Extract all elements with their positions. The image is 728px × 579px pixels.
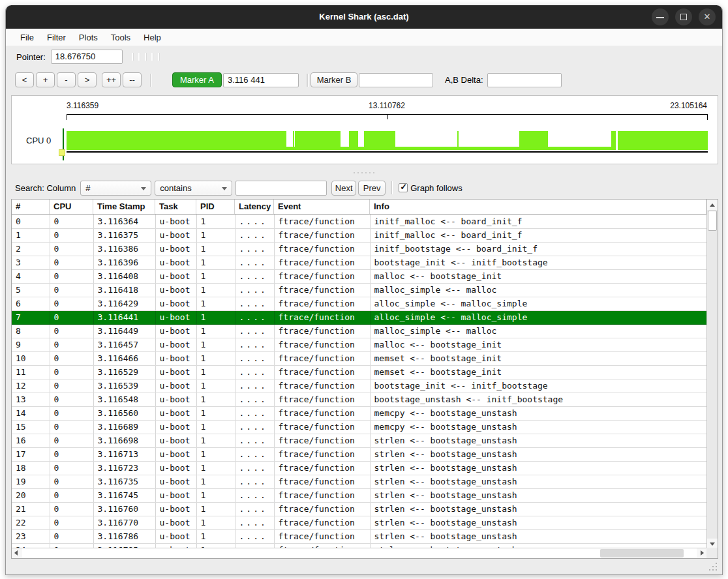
trace-segment — [349, 131, 358, 150]
separator — [150, 74, 151, 87]
search-column-label: Search: Column — [15, 183, 76, 193]
event-table: #CPUTime StampTaskPIDLatencyEventInfo 00… — [11, 199, 718, 559]
column-header-cpu[interactable]: CPU — [50, 200, 93, 214]
trace-segment — [293, 131, 294, 150]
graph-time-mid: 13.110762 — [369, 101, 405, 110]
search-prev-button[interactable]: Prev — [358, 181, 386, 196]
graph-follows-checkbox[interactable] — [399, 183, 408, 192]
table-row[interactable]: 1703.116713u-boot1....ftrace/functionstr… — [12, 447, 706, 461]
menu-item-file[interactable]: File — [14, 30, 40, 45]
marker-a-handle[interactable] — [59, 149, 65, 156]
arrow-left-icon — [14, 550, 18, 556]
nav-button-zoom-out-fast[interactable]: -- — [123, 72, 142, 87]
ab-delta-field[interactable] — [487, 73, 562, 87]
horizontal-scrollbar[interactable] — [12, 548, 707, 558]
menu-item-filter[interactable]: Filter — [40, 30, 72, 45]
table-row[interactable]: 903.116457u-boot1....ftrace/functionmall… — [12, 338, 706, 351]
menu-item-tools[interactable]: Tools — [104, 30, 137, 45]
vertical-scrollbar[interactable] — [706, 200, 718, 549]
title-bar[interactable]: Kernel Shark (asc.dat) ✕ — [6, 5, 722, 29]
table-row[interactable]: 1903.116735u-boot1....ftrace/functionstr… — [12, 475, 706, 488]
table-row[interactable]: 303.116396u-boot1....ftrace/functionboot… — [12, 256, 706, 269]
trace-segment — [548, 147, 611, 150]
column-header--[interactable]: # — [12, 200, 50, 214]
marker-a-button[interactable]: Marker A — [172, 72, 222, 87]
marker-b-button[interactable]: Marker B — [311, 72, 357, 87]
column-header-task[interactable]: Task — [155, 200, 196, 214]
table-row[interactable]: 803.116449u-boot1....ftrace/functionmall… — [12, 324, 706, 338]
table-row[interactable]: 503.116418u-boot1....ftrace/functionmall… — [12, 283, 706, 297]
maximize-button[interactable] — [675, 8, 692, 25]
trace-segment — [358, 147, 364, 150]
separator — [307, 74, 308, 87]
nav-button-zoom-in-fast[interactable]: ++ — [102, 72, 121, 87]
trace-segment — [67, 131, 286, 150]
table-row[interactable]: 003.116364u-boot1....ftrace/functioninit… — [12, 215, 706, 228]
pointer-label: Pointer: — [16, 52, 46, 62]
marker-b-value-field[interactable] — [359, 73, 433, 87]
table-row[interactable]: 1503.116689u-boot1....ftrace/functionmem… — [12, 420, 706, 434]
table-row[interactable]: 2003.116745u-boot1....ftrace/functionstr… — [12, 488, 706, 502]
trace-segment — [519, 131, 548, 150]
vertical-scroll-thumb[interactable] — [708, 211, 717, 231]
search-column-select[interactable]: # — [80, 181, 151, 196]
maximize-icon — [680, 14, 687, 20]
scroll-left-button[interactable] — [12, 548, 22, 558]
scroll-up-button[interactable] — [707, 200, 718, 210]
scrollbar-corner — [706, 548, 718, 558]
table-row[interactable]: 1203.116539u-boot1....ftrace/functionboo… — [12, 379, 706, 393]
table-row[interactable]: 2203.116770u-boot1....ftrace/functionstr… — [12, 516, 706, 529]
table-row[interactable]: 1003.116466u-boot1....ftrace/functionmem… — [12, 351, 706, 365]
trace-segment — [618, 131, 708, 150]
menu-item-plots[interactable]: Plots — [72, 30, 104, 45]
minimize-button[interactable] — [652, 8, 669, 25]
table-row[interactable]: 1303.116548u-boot1....ftrace/functionboo… — [12, 393, 706, 406]
kernel-shark-window: Kernel Shark (asc.dat) ✕ FileFilterPlots… — [5, 5, 723, 575]
search-next-button[interactable]: Next — [331, 181, 356, 196]
column-header-latency[interactable]: Latency — [235, 200, 274, 214]
table-row[interactable]: 403.116408u-boot1....ftrace/functionmall… — [12, 269, 706, 283]
nav-button-zoom-out[interactable]: - — [57, 72, 76, 87]
table-row[interactable]: 203.116386u-boot1....ftrace/functioninit… — [12, 242, 706, 256]
table-row[interactable]: 1103.116529u-boot1....ftrace/functionmem… — [12, 365, 706, 379]
column-header-info[interactable]: Info — [370, 200, 706, 214]
splitter-handle[interactable] — [6, 168, 722, 177]
close-button[interactable]: ✕ — [699, 8, 716, 25]
nav-button-zoom-in[interactable]: + — [36, 72, 55, 87]
resize-grip[interactable] — [706, 560, 717, 571]
table-row[interactable]: 2303.116786u-boot1....ftrace/functionstr… — [12, 529, 706, 543]
nav-button-next-marker[interactable]: > — [78, 72, 97, 87]
toolbar-grip — [132, 53, 159, 61]
menu-item-help[interactable]: Help — [137, 30, 168, 45]
column-header-pid[interactable]: PID — [196, 200, 235, 214]
nav-button-prev-marker[interactable]: < — [15, 72, 34, 87]
table-row[interactable]: 1603.116698u-boot1....ftrace/functionstr… — [12, 434, 706, 447]
table-row[interactable]: 703.116441u-boot1....ftrace/functionallo… — [12, 310, 706, 324]
arrow-right-icon — [701, 550, 704, 556]
pointer-input[interactable]: 18.676750 — [51, 50, 123, 64]
arrow-up-icon — [710, 203, 715, 207]
table-row[interactable]: 603.116429u-boot1....ftrace/functionallo… — [12, 297, 706, 310]
marker-a-value-field[interactable]: 3.116 441 — [223, 73, 299, 87]
table-header-row[interactable]: #CPUTime StampTaskPIDLatencyEventInfo — [12, 200, 706, 215]
cpu0-track[interactable] — [67, 131, 708, 153]
table-row[interactable]: 1803.116723u-boot1....ftrace/functionstr… — [12, 461, 706, 475]
column-header-time-stamp[interactable]: Time Stamp — [93, 200, 155, 214]
column-header-event[interactable]: Event — [274, 200, 370, 214]
cpu0-label: CPU 0 — [26, 136, 51, 145]
arrow-down-icon — [710, 542, 715, 546]
trace-graph-panel[interactable]: 3.116359 13.110762 23.105164 CPU 0 — [11, 95, 718, 164]
scroll-right-button[interactable] — [697, 548, 707, 558]
trace-segment — [364, 131, 395, 150]
search-operator-select[interactable]: contains — [155, 181, 232, 196]
table-row[interactable]: 2103.116760u-boot1....ftrace/functionstr… — [12, 502, 706, 516]
table-row[interactable]: 103.116375u-boot1....ftrace/functioninit… — [12, 228, 706, 242]
table-row[interactable]: 1403.116560u-boot1....ftrace/functionmem… — [12, 406, 706, 420]
window-title: Kernel Shark (asc.dat) — [6, 5, 722, 29]
table-body[interactable]: 003.116364u-boot1....ftrace/functioninit… — [12, 215, 706, 549]
separator — [391, 181, 392, 194]
horizontal-scroll-thumb[interactable] — [600, 549, 684, 557]
menu-bar: FileFilterPlotsToolsHelp — [6, 29, 722, 46]
graph-time-start: 3.116359 — [67, 101, 99, 110]
search-input[interactable] — [235, 181, 327, 196]
